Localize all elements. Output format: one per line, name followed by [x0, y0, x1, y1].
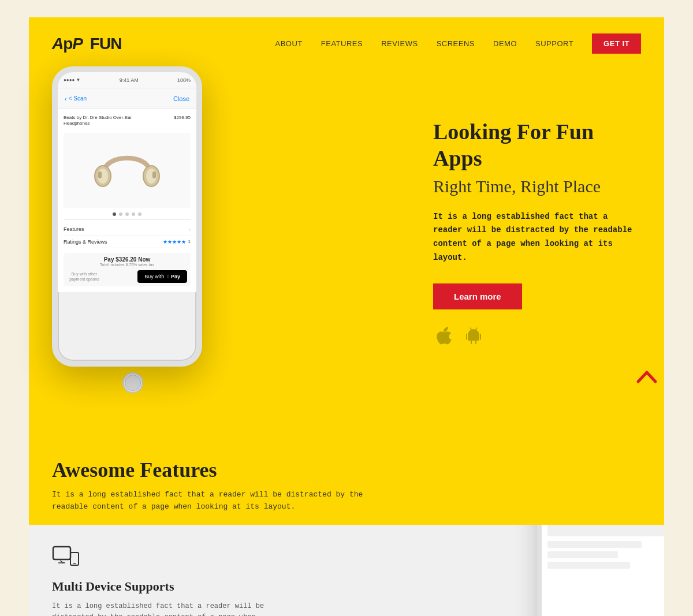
devices-svg-icon — [52, 542, 80, 570]
features-section: Awesome Features It is a long establishe… — [29, 435, 664, 525]
phone-pay-other-option: Buy with other payment options — [67, 271, 102, 282]
phone-signal: ●●●● ▼ — [64, 77, 80, 83]
svg-rect-5 — [152, 171, 156, 178]
second-phone-container: ●●●● ▼ 4:28 PM 100% < Back — [491, 525, 664, 616]
nav-reviews[interactable]: REVIEWS — [381, 39, 418, 48]
phone-pay-subtitle: Total includes 8.75% sales tax — [67, 263, 187, 267]
nav-support[interactable]: SUPPORT — [535, 39, 573, 48]
phone-nav-bar: ‹ < Scan Close — [58, 88, 196, 109]
phone-time: 9:41 AM — [120, 77, 139, 83]
platform-icons — [433, 326, 641, 346]
phone-battery: 100% — [177, 77, 191, 83]
phone-stars: ★★★★★ — [163, 239, 186, 245]
phone-back-button[interactable]: ‹ < Scan — [65, 95, 87, 102]
second-phone-mockup: ●●●● ▼ 4:28 PM 100% < Back — [537, 525, 664, 616]
features-description: It is a long established fact that a rea… — [52, 489, 375, 513]
phone-review-count: 1 — [188, 239, 191, 244]
phone-mockup: ●●●● ▼ 9:41 AM 100% ‹ < Scan Close — [52, 66, 202, 367]
multi-device-content: Multi Device Supports It is a long estab… — [29, 525, 364, 616]
phone-content: Beats by Dr. Dre Studio Over-Ear Headpho… — [58, 109, 196, 292]
hero-title-line2: Right Time, Right Place — [433, 177, 641, 196]
get-it-button[interactable]: GET IT — [592, 33, 641, 54]
features-heading: Awesome Features — [52, 458, 641, 482]
phone-pay-section: Pay $326.20 Now Total includes 8.75% sal… — [64, 253, 191, 286]
apple-platform-icon[interactable] — [433, 326, 454, 346]
logo[interactable]: ApP FUN — [52, 35, 121, 53]
svg-rect-10 — [53, 547, 70, 559]
apple-svg-icon — [435, 327, 452, 345]
back-to-top-icon — [635, 365, 658, 389]
phone-mockup-container: ●●●● ▼ 9:41 AM 100% ‹ < Scan Close — [52, 66, 214, 399]
hero-title-line1: Looking For Fun Apps — [433, 119, 641, 171]
phone-product-image — [64, 133, 191, 208]
android-svg-icon — [465, 327, 482, 345]
second-phone-content — [542, 525, 664, 616]
multi-device-description: It is a long established fact that a rea… — [52, 601, 271, 616]
phone-home-button[interactable] — [122, 372, 143, 393]
phone-features-row[interactable]: Features › — [64, 223, 191, 236]
multi-device-title: Multi Device Supports — [52, 579, 341, 594]
main-nav: ABOUT FEATURES REVIEWS SCREENS DEMO SUPP… — [275, 33, 641, 54]
phone-image-dots — [64, 212, 191, 216]
back-to-top-button[interactable] — [635, 365, 658, 391]
phone-product-price: $299.95 — [174, 115, 191, 128]
phone-pay-title: Pay $326.20 Now — [67, 256, 187, 263]
phone-ratings-row[interactable]: Ratings & Reviews ★★★★★ 1 — [64, 236, 191, 248]
multi-device-icon — [52, 542, 341, 572]
hero-description: It is a long established fact that a rea… — [433, 210, 641, 265]
nav-demo[interactable]: DEMO — [493, 39, 517, 48]
phone-pay-options: Buy with other payment options Buy with … — [67, 270, 187, 283]
learn-more-button[interactable]: Learn more — [433, 283, 522, 309]
multi-device-section: Multi Device Supports It is a long estab… — [29, 525, 664, 616]
headphones-svg-icon — [92, 141, 162, 199]
phone-product-name: Beats by Dr. Dre Studio Over-Ear Headpho… — [64, 115, 139, 127]
hero-section: ●●●● ▼ 9:41 AM 100% ‹ < Scan Close — [29, 65, 664, 435]
nav-screens[interactable]: SCREENS — [437, 39, 475, 48]
header: ApP FUN ABOUT FEATURES REVIEWS SCREENS D… — [29, 17, 664, 65]
phone-apple-pay-button[interactable]: Buy with  Pay — [137, 270, 187, 283]
hero-text-content: Looking For Fun Apps Right Time, Right P… — [398, 119, 641, 346]
phone-close-button[interactable]: Close — [173, 95, 189, 102]
phone-status-bar: ●●●● ▼ 9:41 AM 100% — [58, 72, 196, 88]
android-platform-icon[interactable] — [463, 326, 484, 346]
svg-rect-4 — [98, 171, 102, 178]
nav-features[interactable]: FEATURES — [321, 39, 363, 48]
nav-about[interactable]: ABOUT — [275, 39, 302, 48]
